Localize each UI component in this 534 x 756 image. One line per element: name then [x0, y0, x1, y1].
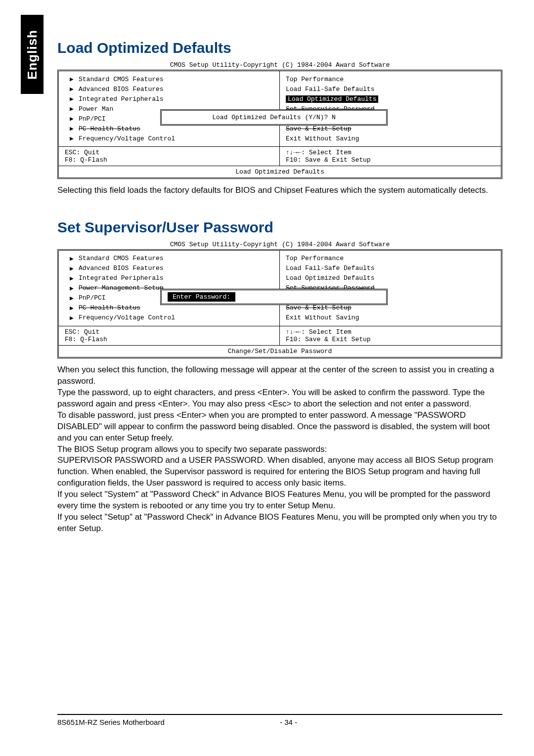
bios2-caption: CMOS Setup Utility-Copyright (C) 1984-20…: [57, 241, 502, 248]
menu-label: Save & Exit Setup: [286, 125, 352, 133]
menu-label: Frequency/Voltage Control: [79, 135, 175, 142]
menu-label: Top Performance: [286, 76, 344, 83]
menu-item[interactable]: ▶Advanced BIOS Features: [65, 84, 273, 94]
body-paragraph: If you select "System" at "Password Chec…: [57, 489, 502, 512]
menu-item[interactable]: ▶Standard CMOS Features: [65, 74, 273, 84]
hint-f10: F10: Save & Exit Setup: [286, 336, 495, 343]
bios1-popup-text: Load Optimized Defaults (Y/N)? N: [162, 112, 386, 123]
menu-label: Top Performance: [286, 255, 344, 262]
menu-item[interactable]: Load Optimized Defaults: [286, 273, 495, 283]
bios1-caption: CMOS Setup Utility-Copyright (C) 1984-20…: [57, 61, 502, 69]
language-tab-label: English: [25, 30, 40, 80]
menu-item[interactable]: ▶Frequency/Voltage Control: [65, 313, 273, 323]
hint-cell: ESC: Quit F8: Q-Flash: [59, 326, 280, 345]
footer-page-number: - 34 -: [280, 718, 502, 726]
page-footer: 8S651M-RZ Series Motherboard - 34 -: [57, 714, 502, 726]
bios1-hint-row: ESC: Quit F8: Q-Flash ↑↓→←: Select Item …: [59, 146, 501, 166]
bios1-left-col: ▶Standard CMOS Features ▶Advanced BIOS F…: [59, 71, 280, 146]
triangle-icon: ▶: [65, 284, 79, 292]
bios2-footer: Change/Set/Disable Password: [59, 345, 501, 357]
body-paragraph: The BIOS Setup program allows you to spe…: [57, 444, 502, 455]
body-paragraph: To disable password, just press <Enter> …: [57, 410, 502, 444]
menu-item[interactable]: Load Fail-Safe Defaults: [286, 84, 495, 94]
bios2-box: ▶Standard CMOS Features ▶Advanced BIOS F…: [57, 249, 502, 358]
bios1-right-col: Top Performance Load Fail-Safe Defaults …: [280, 71, 501, 146]
menu-label: PnP/PCI: [79, 294, 106, 302]
body-paragraph: Type the password, up to eight character…: [57, 387, 502, 410]
bios2-hint-row: ESC: Quit F8: Q-Flash ↑↓→←: Select Item …: [59, 326, 501, 345]
menu-label: Load Fail-Safe Defaults: [286, 265, 374, 272]
menu-label: PC Health Status: [79, 304, 140, 311]
bios2-popup-label: Enter Password:: [168, 292, 235, 302]
triangle-icon: ▶: [65, 105, 79, 113]
section2-body: When you select this function, the follo…: [57, 364, 502, 534]
triangle-icon: ▶: [65, 304, 79, 312]
bios2-right-col: Top Performance Load Fail-Safe Defaults …: [280, 251, 501, 326]
triangle-icon: ▶: [65, 274, 79, 282]
body-paragraph: If you select "Setup" at "Password Check…: [57, 512, 502, 534]
menu-label: Frequency/Voltage Control: [79, 314, 175, 321]
hint-f8: F8: Q-Flash: [65, 336, 273, 343]
bios2-popup[interactable]: Enter Password:: [160, 289, 388, 305]
menu-item[interactable]: Top Performance: [286, 74, 495, 84]
menu-label: Integrated Peripherals: [79, 274, 164, 282]
footer-product: 8S651M-RZ Series Motherboard: [57, 718, 280, 726]
menu-label: Save & Exit Setup: [286, 304, 352, 311]
menu-label: Advanced BIOS Features: [79, 86, 164, 93]
language-tab: English: [21, 15, 44, 94]
menu-item[interactable]: ▶Standard CMOS Features: [65, 254, 273, 264]
menu-label: Load Optimized Defaults: [286, 274, 374, 282]
triangle-icon: ▶: [65, 314, 79, 322]
menu-label: Power Man: [79, 105, 113, 113]
menu-item[interactable]: ▶Integrated Peripherals: [65, 94, 273, 104]
section1-heading: Load Optimized Defaults: [57, 40, 502, 56]
triangle-icon: ▶: [65, 125, 79, 133]
menu-item[interactable]: Load Optimized Defaults: [286, 94, 495, 104]
hint-f10: F10: Save & Exit Setup: [286, 156, 495, 164]
hint-select: ↑↓→←: Select Item: [286, 328, 495, 336]
menu-label: Exit Without Saving: [286, 314, 359, 321]
triangle-icon: ▶: [65, 134, 79, 142]
bios1-footer: Load Optimized Defaults: [59, 166, 501, 178]
menu-label: Power Management Setup: [79, 284, 164, 292]
menu-item[interactable]: ▶Advanced BIOS Features: [65, 264, 273, 273]
triangle-icon: ▶: [65, 265, 79, 272]
triangle-icon: ▶: [65, 255, 79, 263]
menu-item[interactable]: Exit Without Saving: [286, 313, 495, 323]
hint-esc: ESC: Quit: [65, 328, 273, 336]
bios1-popup[interactable]: Load Optimized Defaults (Y/N)? N: [160, 109, 388, 126]
hint-cell: ↑↓→←: Select Item F10: Save & Exit Setup: [280, 326, 501, 345]
page-content: Load Optimized Defaults CMOS Setup Utili…: [57, 40, 502, 534]
menu-item[interactable]: Exit Without Saving: [286, 133, 495, 143]
hint-select: ↑↓→←: Select Item: [286, 149, 495, 156]
menu-label: Exit Without Saving: [286, 135, 359, 142]
menu-label: PC Health Status: [79, 125, 140, 133]
menu-item[interactable]: ▶Frequency/Voltage Control: [65, 133, 273, 143]
hint-cell: ↑↓→←: Select Item F10: Save & Exit Setup: [280, 147, 501, 166]
triangle-icon: ▶: [65, 75, 79, 83]
menu-label: Load Fail-Safe Defaults: [286, 86, 374, 93]
menu-label: Advanced BIOS Features: [79, 265, 164, 272]
menu-label: Standard CMOS Features: [79, 255, 164, 262]
bios2-left-col: ▶Standard CMOS Features ▶Advanced BIOS F…: [59, 251, 280, 326]
menu-item[interactable]: ▶Integrated Peripherals: [65, 273, 273, 283]
triangle-icon: ▶: [65, 115, 79, 123]
section2-heading: Set Supervisor/User Password: [57, 219, 502, 236]
menu-label: PnP/PCI: [79, 115, 106, 123]
menu-item[interactable]: Load Fail-Safe Defaults: [286, 264, 495, 273]
triangle-icon: ▶: [65, 95, 79, 103]
body-paragraph: SUPERVISOR PASSWORD and a USER PASSWORD.…: [57, 455, 502, 489]
menu-label: Integrated Peripherals: [79, 95, 164, 103]
triangle-icon: ▶: [65, 294, 79, 302]
menu-label: Standard CMOS Features: [79, 76, 164, 83]
section1-body: Selecting this field loads the factory d…: [57, 185, 502, 196]
menu-label-highlighted: Load Optimized Defaults: [286, 95, 378, 103]
hint-esc: ESC: Quit: [65, 149, 273, 156]
hint-cell: ESC: Quit F8: Q-Flash: [59, 147, 280, 166]
menu-item[interactable]: Top Performance: [286, 254, 495, 264]
hint-f8: F8: Q-Flash: [65, 156, 273, 164]
bios1-box: ▶Standard CMOS Features ▶Advanced BIOS F…: [57, 70, 502, 179]
triangle-icon: ▶: [65, 85, 79, 93]
body-paragraph: When you select this function, the follo…: [57, 364, 502, 387]
